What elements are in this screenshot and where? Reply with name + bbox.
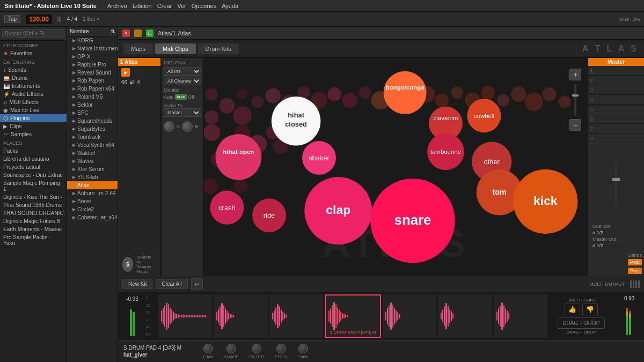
browser-item-7[interactable]: ▶Roland VS — [67, 93, 118, 101]
menu-archivo[interactable]: Archivo — [107, 3, 127, 9]
menu-ayuda[interactable]: Ayuda — [222, 3, 238, 9]
tab-drum-kits[interactable]: Drum Kits — [198, 43, 239, 54]
sidebar-item-drums[interactable]: 🥁 Drums — [0, 74, 67, 82]
browser-item-9[interactable]: ▶SPC — [67, 109, 118, 117]
dislike-button[interactable]: 👎 — [582, 304, 598, 315]
browser-item-1[interactable]: ▶Native Instruments — [67, 45, 118, 53]
browser-item-6[interactable]: ▶Rob Papen x64 — [67, 85, 118, 93]
tab-maps[interactable]: Maps — [123, 43, 153, 54]
sidebar-item-libreria[interactable]: Librería del usuario — [0, 155, 67, 163]
browser-item-19[interactable]: ▶Auburn...m 2-64 — [67, 189, 118, 197]
atlas-close-button[interactable]: × — [122, 29, 130, 37]
tap-button[interactable]: Tap — [4, 15, 20, 23]
clear-all-button[interactable]: Clear All — [156, 279, 187, 289]
browser-item-10[interactable]: ▶Squaredheads — [67, 117, 118, 125]
pitch-knob[interactable] — [276, 344, 286, 353]
midi-from-select[interactable]: All Ins — [164, 67, 201, 76]
sends-knob-b[interactable] — [182, 121, 193, 132]
sidebar-item-midi-effects[interactable]: ♫ MIDI Effects — [0, 98, 67, 106]
audio-to-select[interactable]: Master — [164, 108, 201, 117]
shape-knob[interactable] — [226, 344, 236, 353]
browser-item-8[interactable]: ▶Sektor — [67, 101, 118, 109]
sidebar-item-sample-magic[interactable]: Sample Magic Pumping 1 — [0, 179, 67, 193]
sidebar-item-audio-effects[interactable]: ⚡ Audio Effects — [0, 90, 67, 98]
midi-channel-select[interactable]: All Channels — [164, 77, 201, 85]
menu-opciones[interactable]: Opciones — [192, 3, 216, 9]
menu-ver[interactable]: Ver — [177, 3, 186, 9]
sidebar-item-that-sound[interactable]: That Sound 1985 Drums — [0, 201, 67, 209]
undo-button[interactable]: ↩ — [191, 278, 203, 290]
browser-item-0[interactable]: ▶KORG — [67, 36, 118, 45]
svg-point-4 — [233, 107, 251, 125]
gain-knob[interactable] — [203, 344, 213, 353]
browser-item-21[interactable]: ▶Circle2 — [67, 205, 118, 213]
browser-item-20[interactable]: ▶Boost — [67, 197, 118, 205]
browser-item-4[interactable]: ▶Reveal Sound — [67, 69, 118, 77]
waveform-cell-5[interactable] — [383, 294, 436, 338]
gain-control: GAIN — [203, 344, 214, 359]
pad-bongo-conga[interactable] — [384, 71, 427, 114]
waveform-cell-4-active[interactable]: S DRUM PAD 4 [D#3] M — [325, 294, 380, 338]
browser-item-11[interactable]: ▶SugarBytes — [67, 125, 118, 133]
sidebar-item-plugins[interactable]: ⬡ Plug-ins — [0, 114, 67, 122]
sidebar-item-instruments[interactable]: 🎹 Instruments — [0, 82, 67, 90]
browser-item-17[interactable]: ▶YILS-lab — [67, 173, 118, 181]
browser-item-15[interactable]: ▶Waves — [67, 157, 118, 165]
sidebar-item-soundspice[interactable]: Soundspice - Dub Extrac — [0, 171, 67, 179]
waveform-cell-3[interactable] — [269, 294, 323, 338]
monitor-auto-button[interactable]: Auto — [175, 94, 187, 100]
menu-edicion[interactable]: Edición — [133, 3, 152, 9]
sidebar-item-max-for-live[interactable]: ◉ Max for Live — [0, 106, 67, 114]
like-button[interactable]: 👍 — [565, 304, 580, 315]
menu-crear[interactable]: Crear — [157, 3, 172, 9]
master-fader-track[interactable] — [615, 162, 617, 205]
search-area[interactable] — [0, 27, 67, 41]
sidebar-item-pro-sample[interactable]: Pro Sample Packs - Yaku — [0, 233, 67, 247]
sidebar-item-packs[interactable]: Packs — [0, 147, 67, 155]
waveform-cell-1[interactable] — [158, 294, 212, 338]
max-icon: ◉ — [3, 107, 8, 113]
new-kit-button[interactable]: New Kit — [122, 279, 152, 289]
waveform-cell-6[interactable] — [438, 294, 492, 338]
browser-item-3[interactable]: ▶Rapture Pro — [67, 61, 118, 69]
post-button[interactable]: Post — [628, 259, 642, 265]
browser-item-22[interactable]: ▶Coherer...er_x64 — [67, 213, 118, 221]
post-button2[interactable]: Post — [628, 268, 642, 274]
sidebar-item-sounds[interactable]: ♪ Sounds — [0, 66, 67, 74]
sidebar-item-diginolz1[interactable]: Diginolz - Kiss The Sun - — [0, 193, 67, 201]
svg-rect-86 — [225, 308, 226, 323]
browser-item-14[interactable]: ▶Waldorf — [67, 149, 118, 157]
bpm-display[interactable]: 120.00 — [26, 14, 52, 24]
sidebar-item-favoritos[interactable]: ★ Favoritos — [0, 49, 67, 57]
tab-midi-clips[interactable]: Midi Clips — [155, 43, 196, 54]
search-input[interactable] — [2, 29, 64, 38]
track-play-button[interactable]: ▶ — [121, 68, 130, 77]
sidebar-item-diginolz2[interactable]: Diginolz.Magic.Future.B — [0, 217, 67, 225]
sort-icon[interactable]: ⇅ — [111, 28, 115, 34]
sidebar-item-organic[interactable]: THAT.SOUND.ORGANIC. — [0, 209, 67, 217]
browser-item-12[interactable]: ▶Toontrack — [67, 133, 118, 141]
sidebar-item-proyecto[interactable]: Proyecto actual — [0, 163, 67, 171]
browser-item-18[interactable]: ▶Atlas — [67, 181, 118, 189]
meter-display[interactable]: 4 / 4 — [67, 16, 77, 22]
waveform-cell-7[interactable] — [494, 294, 547, 338]
pad-hihat-open[interactable] — [215, 134, 261, 180]
drag-drop-button[interactable]: DRAG + DROP — [558, 317, 604, 329]
sidebar-item-samples[interactable]: 〰 Samples — [0, 130, 67, 138]
svg-point-6 — [265, 88, 281, 104]
sends-knob-a[interactable] — [164, 121, 174, 132]
browser-item-5[interactable]: ▶Rob Papen — [67, 77, 118, 85]
browser-item-16[interactable]: ▶Xfer Serum — [67, 165, 118, 173]
sidebar-item-earth[interactable]: Earth Moments - Maasai — [0, 225, 67, 233]
atlas-minimize-button[interactable]: − — [134, 29, 142, 37]
browser-item-13[interactable]: ▶VocalSynth x64 — [67, 141, 118, 149]
filter-knob[interactable] — [252, 344, 261, 353]
waveform-cell-2[interactable] — [214, 294, 267, 338]
sidebar-item-clips[interactable]: ▶ Clips — [0, 122, 67, 130]
browser-item-2[interactable]: ▶OP-X — [67, 53, 118, 61]
atlas-maximize-button[interactable]: □ — [146, 29, 153, 37]
pan-knob[interactable] — [298, 344, 308, 353]
svg-rect-87 — [227, 311, 228, 321]
master-fader-thumb[interactable] — [612, 178, 620, 181]
midi-effects-icon: ♫ — [3, 99, 8, 105]
